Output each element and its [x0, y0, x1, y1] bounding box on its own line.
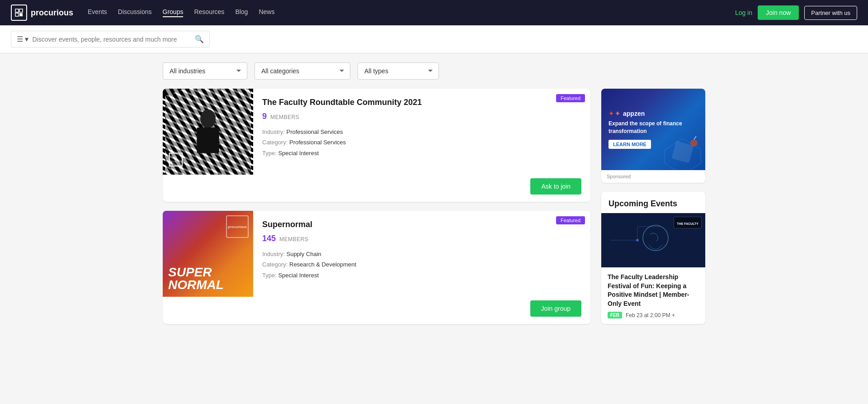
- ad-sponsored-label: Sponsored: [601, 170, 705, 183]
- group-card-footer-faculty: Ask to join: [163, 175, 590, 202]
- group-card-footer-supernormal: Join group: [163, 297, 590, 324]
- type-value-supernormal: Special Interest: [278, 272, 319, 279]
- filters-row: All industries Professional Services Sup…: [0, 53, 868, 89]
- group-members-label-faculty: MEMBERS: [270, 114, 299, 120]
- group-card-supernormal: Featured procurious SUPERNORMAL Supernor…: [163, 211, 590, 324]
- logo-text: procurious: [31, 8, 73, 18]
- category-filter[interactable]: All categories Professional Services Res…: [255, 62, 350, 80]
- group-image-supernormal: procurious SUPERNORMAL: [163, 211, 253, 297]
- svg-text:THE: THE: [172, 156, 177, 159]
- nav-events[interactable]: Events: [88, 8, 107, 17]
- event-date-row: FEB Feb 23 at 2:00 PM +: [601, 312, 705, 324]
- ad-brand: appzen: [623, 110, 645, 117]
- sidebar: ✦✦ appzen Expand the scope of finance tr…: [601, 89, 705, 324]
- navbar: procurious Events Discussions Groups Res…: [0, 0, 868, 25]
- svg-point-14: [690, 139, 698, 147]
- partner-button[interactable]: Partner with us: [804, 6, 857, 20]
- nav-news[interactable]: News: [259, 8, 274, 17]
- join-group-button[interactable]: Join group: [530, 300, 581, 317]
- group-title-faculty: The Faculty Roundtable Community 2021: [262, 98, 581, 107]
- svg-line-15: [694, 136, 696, 139]
- supernormal-label: SUPERNORMAL: [168, 266, 224, 291]
- group-info-faculty: The Faculty Roundtable Community 2021 9 …: [253, 89, 590, 175]
- svg-rect-3: [19, 13, 23, 16]
- search-input[interactable]: [32, 36, 195, 43]
- login-button[interactable]: Log in: [735, 9, 752, 16]
- featured-badge-supernormal: Featured: [556, 216, 585, 224]
- svg-rect-0: [15, 9, 19, 12]
- group-info-supernormal: Supernormal 145 MEMBERS Industry: Supply…: [253, 211, 590, 297]
- group-title-supernormal: Supernormal: [262, 220, 581, 229]
- menu-icon: ☰ ▾: [17, 35, 28, 43]
- main-content: Featured: [0, 89, 868, 342]
- type-filter[interactable]: All types Special Interest Community: [358, 62, 439, 80]
- group-members-supernormal: 145 MEMBERS: [262, 234, 581, 243]
- type-label-faculty: Type:: [262, 150, 277, 157]
- group-members-label-supernormal: MEMBERS: [279, 236, 308, 242]
- ad-tagline: Expand the scope of finance transformati…: [609, 120, 698, 135]
- svg-text:FACULTY: FACULTY: [170, 161, 179, 163]
- nav-blog[interactable]: Blog: [235, 8, 248, 17]
- ask-to-join-button[interactable]: Ask to join: [530, 178, 581, 195]
- search-icon: 🔍: [195, 35, 204, 43]
- type-value-faculty: Special Interest: [278, 150, 319, 157]
- svg-rect-2: [15, 13, 19, 16]
- logo[interactable]: procurious: [11, 5, 73, 21]
- industry-value-faculty: Professional Services: [286, 128, 343, 135]
- type-label-supernormal: Type:: [262, 272, 277, 279]
- industry-filter[interactable]: All industries Professional Services Sup…: [163, 62, 247, 80]
- groups-list: Featured: [163, 89, 590, 324]
- group-members-faculty: 9 MEMBERS: [262, 112, 581, 121]
- category-label-faculty: Category:: [262, 139, 288, 146]
- industry-label-supernormal: Industry:: [262, 251, 285, 257]
- featured-badge-faculty: Featured: [556, 94, 585, 102]
- logo-icon: [11, 5, 27, 21]
- category-value-faculty: Professional Services: [289, 139, 346, 146]
- group-members-count-supernormal: 145: [262, 234, 276, 243]
- category-label-supernormal: Category:: [262, 261, 288, 268]
- group-card-inner-supernormal: procurious SUPERNORMAL Supernormal 145 M…: [163, 211, 590, 297]
- group-members-count-faculty: 9: [262, 112, 267, 121]
- search-bar-wrapper: ☰ ▾ 🔍: [0, 25, 868, 53]
- ad-learn-more-button[interactable]: LEARN MORE: [609, 140, 651, 149]
- ad-brand-icon: ✦✦ appzen: [609, 110, 645, 117]
- ad-image: ✦✦ appzen Expand the scope of finance tr…: [601, 89, 705, 170]
- svg-point-7: [200, 109, 216, 128]
- group-meta-faculty: Industry: Professional Services Category…: [262, 127, 581, 158]
- svg-rect-8: [197, 128, 219, 153]
- group-meta-supernormal: Industry: Supply Chain Category: Researc…: [262, 249, 581, 280]
- nav-links: Events Discussions Groups Resources Blog…: [88, 8, 735, 17]
- svg-rect-1: [19, 9, 23, 12]
- upcoming-events-title: Upcoming Events: [601, 192, 705, 213]
- svg-rect-13: [672, 141, 694, 163]
- event-thumbnail: THE FACULTY: [601, 213, 705, 267]
- industry-label-faculty: Industry:: [262, 128, 285, 135]
- sidebar-ad: ✦✦ appzen Expand the scope of finance tr…: [601, 89, 705, 183]
- event-date-badge: FEB: [608, 312, 622, 318]
- nav-discussions[interactable]: Discussions: [118, 8, 152, 17]
- join-now-button[interactable]: Join now: [758, 5, 799, 20]
- event-title-text: The Faculty Leadership Festival of Fun: …: [601, 267, 705, 312]
- industry-value-supernormal: Supply Chain: [286, 251, 321, 257]
- event-date-text: Feb 23 at 2:00 PM +: [626, 312, 675, 318]
- group-card-inner-faculty: THE FACULTY The Faculty Roundtable Commu…: [163, 89, 590, 175]
- svg-point-20: [636, 239, 639, 242]
- search-bar[interactable]: ☰ ▾ 🔍: [11, 31, 210, 48]
- faculty-pattern: THE FACULTY: [163, 89, 253, 175]
- upcoming-events: Upcoming Events T: [601, 192, 705, 324]
- nav-resources[interactable]: Resources: [194, 8, 224, 17]
- nav-groups[interactable]: Groups: [163, 8, 184, 17]
- group-image-faculty: THE FACULTY: [163, 89, 253, 175]
- group-card-faculty: Featured: [163, 89, 590, 202]
- navbar-right: Log in Join now Partner with us: [735, 5, 857, 20]
- category-value-supernormal: Research & Development: [289, 261, 356, 268]
